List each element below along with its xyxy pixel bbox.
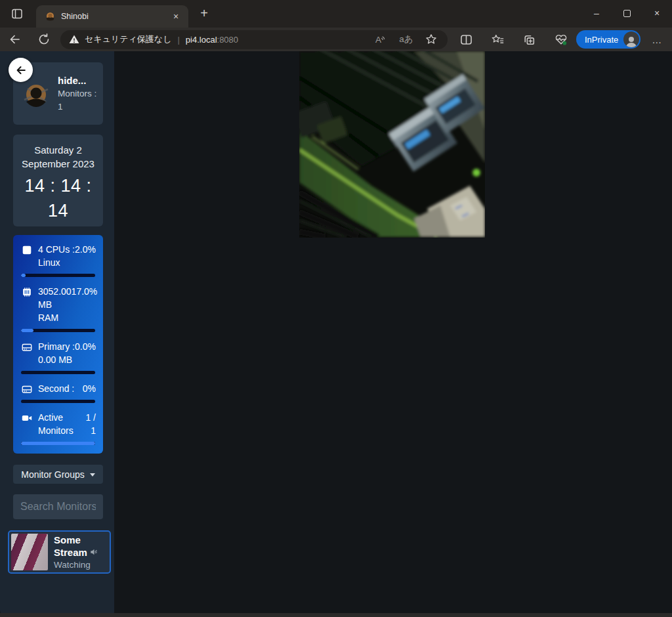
- shinobi-sidebar: hide... Monitors : 1 Saturday 2 Septembe…: [0, 51, 114, 617]
- window-minimize-button[interactable]: –: [581, 0, 612, 26]
- address-separator: |: [177, 35, 179, 45]
- split-screen-icon: [459, 33, 473, 47]
- current-date: Saturday 2 September 2023: [13, 143, 103, 171]
- monitor-name: Some Stream: [54, 534, 87, 558]
- read-aloud-button[interactable]: A: [371, 31, 388, 48]
- shinobi-page: hide... Monitors : 1 Saturday 2 Septembe…: [0, 51, 672, 617]
- monitor-groups-dropdown[interactable]: Monitor Groups: [13, 465, 103, 484]
- user-monitors-count: Monitors : 1: [58, 87, 98, 114]
- disk-icon: [21, 341, 33, 353]
- tab-title: Shinobi: [61, 12, 169, 21]
- second-disk-progress-bar: [21, 400, 95, 403]
- collections-icon: [522, 33, 536, 47]
- new-tab-button[interactable]: +: [196, 6, 212, 21]
- primary-disk-value: 0.0%: [75, 340, 96, 353]
- cpu-value: 2.0%: [75, 243, 96, 256]
- browser-essentials-heart-icon: [554, 32, 568, 47]
- second-disk-stat-row: Second : 0%: [20, 382, 96, 395]
- address-port: :8080: [217, 35, 239, 45]
- svg-text:A: A: [375, 35, 381, 45]
- window-maximize-button[interactable]: [612, 0, 642, 26]
- refresh-icon: [37, 33, 51, 46]
- user-avatar: [20, 80, 52, 113]
- cpu-progress-bar: [21, 274, 95, 277]
- user-name: hide...: [58, 74, 98, 87]
- active-monitors-progress-bar: [21, 442, 95, 445]
- monitor-thumbnail: [11, 534, 48, 570]
- cpu-label: 4 CPUs : Linux: [38, 243, 75, 269]
- shinobi-favicon-icon: [45, 11, 56, 22]
- read-aloud-icon: A: [373, 33, 387, 46]
- second-disk-label: Second :: [38, 382, 83, 395]
- datetime-card: Saturday 2 September 2023 14 : 14 : 14: [13, 135, 103, 226]
- monitor-status: Watching: [54, 559, 108, 571]
- video-camera-icon: [21, 412, 33, 424]
- cpu-icon: [21, 244, 33, 256]
- audio-speaker-icon: [90, 547, 98, 559]
- tab-actions-menu-button[interactable]: [9, 5, 26, 22]
- back-arrow-icon: [9, 33, 22, 46]
- active-monitors-stat-row: Active Monitors 1 / 1: [20, 411, 96, 437]
- inprivate-profile-button[interactable]: InPrivate: [576, 30, 640, 49]
- primary-disk-stat-row: Primary : 0.00 MB 0.0%: [20, 340, 96, 366]
- browser-titlebar: Shinobi × + – ×: [0, 0, 672, 28]
- split-screen-button[interactable]: [458, 31, 475, 48]
- window-controls: – ×: [581, 0, 672, 26]
- chevron-down-icon: [90, 473, 95, 477]
- search-monitors-container: [13, 494, 103, 519]
- back-button[interactable]: [7, 31, 24, 48]
- refresh-button[interactable]: [35, 31, 52, 48]
- ram-value: 17.0%: [72, 285, 98, 298]
- ram-label: 3052.00 MB RAM: [38, 285, 72, 324]
- profile-avatar-icon: [623, 32, 639, 47]
- address-bar[interactable]: セキュリティ保護なし | pi4.local:8080 A aあ: [60, 30, 448, 49]
- favorites-button[interactable]: [490, 31, 507, 48]
- primary-disk-label: Primary : 0.00 MB: [38, 340, 75, 366]
- maximize-icon: [623, 10, 631, 17]
- monitor-groups-label: Monitor Groups: [21, 469, 84, 480]
- browser-toolbar: セキュリティ保護なし | pi4.local:8080 A aあ: [0, 28, 672, 51]
- active-monitors-label: Active Monitors: [38, 411, 85, 437]
- settings-and-more-button[interactable]: …: [648, 34, 665, 45]
- inprivate-label: InPrivate: [585, 35, 618, 45]
- system-stats-card: 4 CPUs : Linux 2.0% 3052.00 MB RAM 17.0%: [13, 235, 103, 454]
- ram-progress-bar: [21, 329, 95, 332]
- search-monitors-input[interactable]: [13, 494, 103, 519]
- browser-essentials-button[interactable]: [553, 31, 570, 48]
- workspaces-icon: [10, 7, 24, 20]
- current-time: 14 : 14 : 14: [13, 173, 103, 223]
- cpu-stat-row: 4 CPUs : Linux 2.0%: [20, 243, 96, 269]
- live-stream-video[interactable]: [299, 51, 485, 238]
- favorite-star-icon: [425, 33, 438, 46]
- address-host: pi4.local: [186, 35, 217, 45]
- translate-icon: aあ: [399, 33, 413, 45]
- collections-button[interactable]: [521, 31, 538, 48]
- active-monitors-value: 1 / 1: [85, 411, 96, 437]
- favorite-this-page-button[interactable]: [423, 31, 440, 48]
- browser-tab-shinobi[interactable]: Shinobi ×: [36, 5, 188, 28]
- ram-icon: [21, 286, 33, 298]
- stream-viewing-area: [114, 51, 672, 617]
- translate-button[interactable]: aあ: [398, 31, 415, 48]
- window-close-button[interactable]: ×: [642, 0, 672, 26]
- window-frame-bottom: [0, 613, 672, 617]
- ram-stat-row: 3052.00 MB RAM 17.0%: [20, 285, 96, 324]
- security-warning-text: セキュリティ保護なし: [85, 33, 171, 45]
- back-arrow-icon: [15, 64, 27, 76]
- monitor-list-item-some-stream[interactable]: Some Stream Watching: [8, 530, 111, 574]
- security-warning-icon: [68, 33, 80, 45]
- second-disk-value: 0%: [83, 382, 96, 395]
- tab-close-icon[interactable]: ×: [169, 10, 182, 23]
- stream-frame-image: [299, 51, 485, 238]
- disk-icon: [21, 383, 33, 395]
- favorites-list-star-icon: [491, 33, 505, 47]
- sidebar-back-button[interactable]: [9, 58, 33, 82]
- primary-disk-progress-bar: [21, 371, 95, 374]
